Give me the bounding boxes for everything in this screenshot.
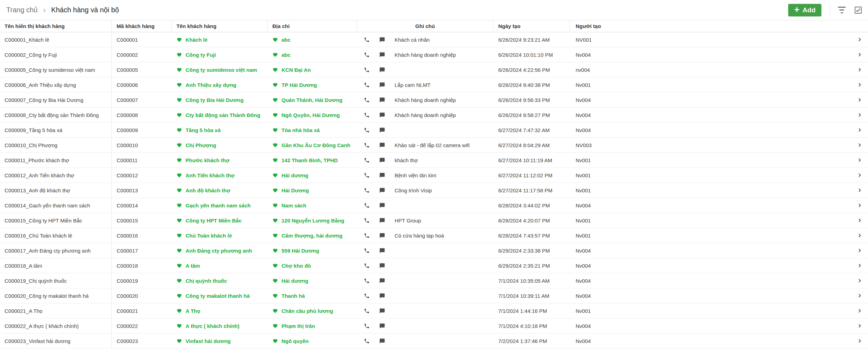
customer-address: Hải dương xyxy=(282,172,308,178)
phone-icon[interactable] xyxy=(364,82,370,88)
table-row[interactable]: C000017_Anh Đáng cty phương anh C000017 … xyxy=(0,243,868,258)
chevron-right-icon[interactable] xyxy=(857,82,862,87)
chevron-right-icon[interactable] xyxy=(857,278,862,283)
table-row[interactable]: C000002_Công ty Fuji C000002 Công ty Fuj… xyxy=(0,47,868,62)
comment-icon[interactable] xyxy=(379,308,385,314)
comment-icon[interactable] xyxy=(379,82,385,88)
breadcrumb-home-link[interactable]: Trang chủ xyxy=(6,6,37,14)
phone-icon[interactable] xyxy=(364,308,370,314)
phone-icon[interactable] xyxy=(364,142,370,148)
phone-icon[interactable] xyxy=(364,278,370,284)
phone-icon[interactable] xyxy=(364,248,370,254)
table-row[interactable]: C000011_Phước khách thợ C000011 Phước kh… xyxy=(0,153,868,168)
phone-icon[interactable] xyxy=(364,293,370,299)
comment-icon[interactable] xyxy=(379,112,385,118)
checkbox-icon[interactable] xyxy=(855,7,862,14)
table-row[interactable]: C000022_A thực ( khách chính) C000022 A … xyxy=(0,318,868,334)
comment-icon[interactable] xyxy=(379,293,385,299)
comment-icon[interactable] xyxy=(379,323,385,329)
phone-icon[interactable] xyxy=(364,112,370,118)
table-row[interactable]: C000015_Công ty HPT Miền Bắc C000015 Côn… xyxy=(0,213,868,228)
column-header-address[interactable]: Địa chỉ xyxy=(268,20,357,32)
comment-icon[interactable] xyxy=(379,97,385,103)
phone-icon[interactable] xyxy=(364,233,370,239)
phone-icon[interactable] xyxy=(364,187,370,193)
chevron-right-icon[interactable] xyxy=(857,67,862,72)
column-header-name[interactable]: Tên khách hàng xyxy=(172,20,268,32)
table-row[interactable]: C000013_Anh độ khách thợ C000013 Anh độ … xyxy=(0,183,868,198)
comment-icon[interactable] xyxy=(379,127,385,133)
table-row[interactable]: C000007_Công ty Bia Hải Dương C000007 Cô… xyxy=(0,92,868,108)
phone-icon[interactable] xyxy=(364,172,370,178)
table-row[interactable]: C000009_Tầng 5 hòa xá C000009 Tầng 5 hòa… xyxy=(0,123,868,138)
table-row[interactable]: C000018_A tâm C000018 A tâm Chợ kho đỏ 6… xyxy=(0,258,868,273)
customer-code: C000021 xyxy=(117,308,138,314)
column-header-creator[interactable]: Người tạo xyxy=(570,20,665,32)
table-row[interactable]: C000023_Vinfast hải dương C000023 Vinfas… xyxy=(0,334,868,349)
chevron-right-icon[interactable] xyxy=(857,112,862,117)
comment-icon[interactable] xyxy=(379,203,385,208)
chevron-right-icon[interactable] xyxy=(857,338,862,343)
phone-icon[interactable] xyxy=(364,323,370,329)
chevron-right-icon[interactable] xyxy=(857,248,862,253)
table-row[interactable]: C000019_Chị quỳnh thuốc C000019 Chị quỳn… xyxy=(0,273,868,288)
comment-icon[interactable] xyxy=(379,142,385,148)
column-header-code[interactable]: Mã khách hàng xyxy=(112,20,172,32)
phone-icon[interactable] xyxy=(364,157,370,163)
phone-icon[interactable] xyxy=(364,127,370,133)
column-header-note[interactable]: Ghi chú xyxy=(357,20,493,32)
chevron-right-icon[interactable] xyxy=(857,293,862,298)
note-text: Khách hàng doanh nghiệp xyxy=(395,112,456,118)
comment-icon[interactable] xyxy=(379,37,385,43)
comment-icon[interactable] xyxy=(379,187,385,193)
table-row[interactable]: C000020_Công ty makalot thanh hà C000020… xyxy=(0,288,868,303)
table-row[interactable]: C000021_A Thọ C000021 A Thọ Chân cầu phú… xyxy=(0,303,868,318)
comment-icon[interactable] xyxy=(379,172,385,178)
comment-icon[interactable] xyxy=(379,263,385,269)
table-row[interactable]: C000010_Chị Phượng C000010 Chị Phượng Gầ… xyxy=(0,138,868,153)
chevron-right-icon[interactable] xyxy=(857,173,862,178)
created-date: 7/1/2024 4:10:18 PM xyxy=(498,323,547,329)
column-header-display-name[interactable]: Tên hiển thị khách hàng xyxy=(0,20,112,32)
table-row[interactable]: C000016_Chú Toàn khách lẻ C000016 Chú To… xyxy=(0,228,868,243)
phone-icon[interactable] xyxy=(364,37,370,43)
chevron-right-icon[interactable] xyxy=(857,97,862,102)
table-row[interactable]: C000005_Công ty sumidenso việt nam C0000… xyxy=(0,62,868,77)
table-row[interactable]: C000014_Gạch yến thanh nam sách C000014 … xyxy=(0,198,868,213)
chevron-right-icon[interactable] xyxy=(857,218,862,223)
table-row[interactable]: C000006_Anh Thiệu xây dựng C000006 Anh T… xyxy=(0,77,868,92)
comment-icon[interactable] xyxy=(379,52,385,58)
chevron-right-icon[interactable] xyxy=(857,323,862,328)
phone-icon[interactable] xyxy=(364,97,370,103)
table-row[interactable]: C000008_Cty bất động sản Thành Đông C000… xyxy=(0,108,868,123)
phone-icon[interactable] xyxy=(364,67,370,73)
chevron-right-icon[interactable] xyxy=(857,188,862,193)
phone-icon[interactable] xyxy=(364,218,370,224)
chevron-right-icon[interactable] xyxy=(857,233,862,238)
chevron-right-icon[interactable] xyxy=(857,203,862,208)
chevron-right-icon[interactable] xyxy=(857,158,862,163)
phone-icon[interactable] xyxy=(364,263,370,269)
phone-icon[interactable] xyxy=(364,203,370,208)
chevron-right-icon[interactable] xyxy=(857,37,862,42)
filter-icon[interactable] xyxy=(837,7,846,13)
phone-icon[interactable] xyxy=(364,338,370,344)
comment-icon[interactable] xyxy=(379,157,385,163)
phone-icon[interactable] xyxy=(364,52,370,58)
column-header-created-date[interactable]: Ngày tạo xyxy=(493,20,570,32)
comment-icon[interactable] xyxy=(379,248,385,254)
comment-icon[interactable] xyxy=(379,67,385,73)
table-row[interactable]: C000012_Anh Tiến khách thợ C000012 Anh T… xyxy=(0,168,868,183)
chevron-right-icon[interactable] xyxy=(857,143,862,147)
comment-icon[interactable] xyxy=(379,338,385,344)
chevron-right-icon[interactable] xyxy=(857,263,862,268)
comment-icon[interactable] xyxy=(379,218,385,224)
add-button[interactable]: + Add xyxy=(788,4,821,16)
customer-code: C000018 xyxy=(117,263,138,269)
comment-icon[interactable] xyxy=(379,278,385,284)
table-row[interactable]: C000001_Khách lẻ C000001 Khách lẻ abc Kh… xyxy=(0,32,868,47)
chevron-right-icon[interactable] xyxy=(857,128,862,132)
comment-icon[interactable] xyxy=(379,233,385,239)
chevron-right-icon[interactable] xyxy=(857,308,862,313)
chevron-right-icon[interactable] xyxy=(857,52,862,57)
